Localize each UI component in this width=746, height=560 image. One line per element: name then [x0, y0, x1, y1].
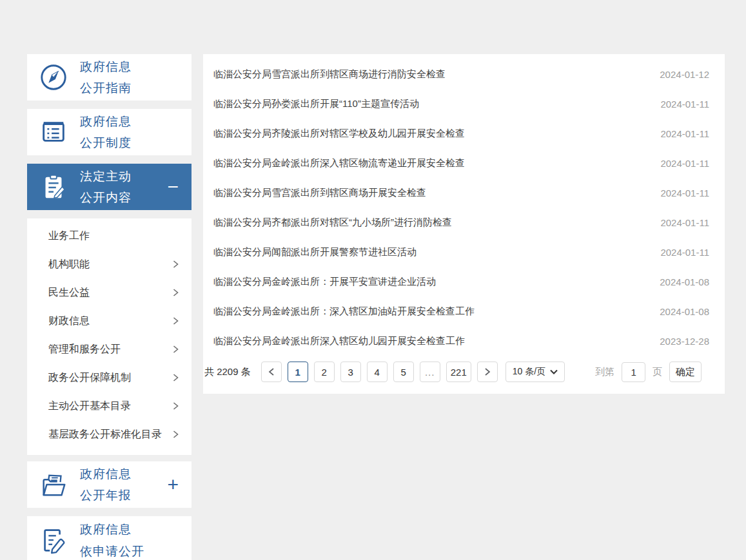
chevron-right-icon [172, 288, 180, 297]
list-item[interactable]: 临淄公安分局雪宫派出所到辖区商场开展安全检查 2024-01-11 [203, 178, 725, 208]
sidebar-subitem-finance[interactable]: 财政信息 [27, 307, 191, 335]
page-button-4[interactable]: 4 [367, 362, 388, 382]
list-item[interactable]: 临淄公安分局雪宫派出所到辖区商场进行消防安全检查 2024-01-12 [203, 59, 725, 89]
list-item-title[interactable]: 临淄公安分局雪宫派出所到辖区商场开展安全检查 [213, 187, 426, 199]
list-item-title[interactable]: 临淄公安分局闻韶派出所开展警察节进社区活动 [213, 246, 417, 258]
sidebar-item-guide[interactable]: 政府信息公开指南 [27, 54, 191, 101]
chevron-right-icon [172, 401, 180, 410]
list-item-title[interactable]: 临淄公安分局齐都派出所对辖区“九小场所”进行消防检查 [213, 217, 452, 229]
list-item[interactable]: 临淄公安分局金岭派出所：深入辖区加油站开展安全检查工作 2024-01-08 [203, 296, 725, 326]
list-item-date: 2024-01-08 [660, 306, 709, 317]
goto-page-group: 到第 页 确定 [595, 362, 702, 382]
list-item-title[interactable]: 临淄公安分局金岭派出所：深入辖区加油站开展安全检查工作 [213, 305, 475, 318]
chevron-right-icon [172, 316, 180, 325]
list-item[interactable]: 临淄公安分局孙娄派出所开展“110”主题宣传活动 2024-01-11 [203, 89, 725, 119]
sidebar-subitem-grassroots-catalog[interactable]: 基层政务公开标准化目录 [27, 420, 191, 449]
total-count: 共 2209 条 [204, 366, 251, 378]
list-item-date: 2024-01-11 [660, 158, 709, 169]
sidebar-item-label: 法定主动公开内容 [80, 166, 132, 209]
next-page-button[interactable] [477, 362, 498, 382]
list-item[interactable]: 临淄公安分局齐都派出所对辖区“九小场所”进行消防检查 2024-01-11 [203, 208, 725, 237]
folder-documents-icon [27, 470, 80, 499]
page-size-select[interactable]: 10 条/页 [506, 362, 565, 382]
sidebar: 政府信息公开指南 政府信息公开制度 [27, 54, 191, 560]
sidebar-subitem-business-work[interactable]: 业务工作 [27, 222, 191, 250]
sidebar-item-label: 政府信息公开制度 [80, 111, 132, 154]
confirm-button[interactable]: 确定 [669, 362, 702, 382]
list-item[interactable]: 临淄公安分局闻韶派出所开展警察节进社区活动 2024-01-11 [203, 237, 725, 267]
list-item-title[interactable]: 临淄公安分局金岭派出所深入辖区幼儿园开展安全检查工作 [213, 335, 465, 347]
clipboard-pen-icon [27, 172, 80, 202]
pagination: 共 2209 条 1 2 3 4 5 ... 221 10 条/页 到第 页 确… [203, 362, 725, 382]
chevron-right-icon [172, 260, 180, 269]
expand-icon[interactable]: + [167, 475, 179, 494]
sidebar-submenu: 业务工作 机构职能 民生公益 财政信息 管理和服务公开 政务公开保障机制 主动公… [27, 218, 191, 455]
goto-unit-label: 页 [653, 366, 662, 378]
chevron-left-icon [268, 367, 275, 376]
list-item-date: 2024-01-08 [660, 276, 709, 287]
page-button-1[interactable]: 1 [288, 362, 308, 382]
list-item[interactable]: 临淄公安分局金岭派出所深入辖区物流寄递业开展安全检查 2024-01-11 [203, 148, 725, 178]
news-list-panel: 临淄公安分局雪宫派出所到辖区商场进行消防安全检查 2024-01-12 临淄公安… [203, 54, 725, 394]
compass-icon [27, 63, 80, 92]
list-item-title[interactable]: 临淄公安分局金岭派出所深入辖区物流寄递业开展安全检查 [213, 157, 465, 169]
list-item-date: 2024-01-11 [660, 99, 709, 110]
sidebar-subitem-basic-catalog[interactable]: 主动公开基本目录 [27, 392, 191, 420]
sidebar-item-system[interactable]: 政府信息公开制度 [27, 109, 191, 155]
more-pages-button[interactable]: ... [420, 362, 440, 382]
list-item-title[interactable]: 临淄公安分局雪宫派出所到辖区商场进行消防安全检查 [213, 68, 446, 81]
chevron-right-icon [484, 367, 491, 376]
sidebar-item-legal-disclosure[interactable]: 法定主动公开内容 − [27, 164, 191, 210]
page-button-3[interactable]: 3 [340, 362, 361, 382]
chevron-right-icon [172, 345, 180, 354]
sidebar-item-annual-report[interactable]: 政府信息公开年报 + [27, 461, 191, 508]
ledger-icon [27, 117, 80, 147]
goto-page-input[interactable] [622, 362, 645, 382]
list-item-title[interactable]: 临淄公安分局齐陵派出所对辖区学校及幼儿园开展安全检查 [213, 128, 465, 140]
list-item-date: 2024-01-11 [660, 217, 709, 228]
sidebar-subitem-organization[interactable]: 机构职能 [27, 250, 191, 278]
sidebar-item-disclosure-upon-request[interactable]: 政府信息依申请公开 [27, 516, 191, 560]
sidebar-subitem-management-service[interactable]: 管理和服务公开 [27, 335, 191, 363]
sidebar-subitem-guarantee-mechanism[interactable]: 政务公开保障机制 [27, 363, 191, 392]
collapse-icon[interactable]: − [167, 177, 179, 197]
list-item-title[interactable]: 临淄公安分局金岭派出所：开展平安宣讲进企业活动 [213, 276, 436, 288]
sidebar-item-label: 政府信息依申请公开 [80, 519, 144, 560]
prev-page-button[interactable] [261, 362, 282, 382]
document-pen-icon [27, 526, 80, 555]
chevron-right-icon [172, 430, 180, 439]
list-item-date: 2024-01-11 [660, 247, 709, 258]
list-item-date: 2024-01-11 [660, 128, 709, 139]
list-item[interactable]: 临淄公安分局金岭派出所深入辖区幼儿园开展安全检查工作 2023-12-28 [203, 326, 725, 356]
caret-down-icon [550, 369, 558, 374]
sidebar-item-label: 政府信息公开指南 [80, 56, 132, 99]
list-item-date: 2024-01-11 [660, 188, 709, 198]
list-item[interactable]: 临淄公安分局金岭派出所：开展平安宣讲进企业活动 2024-01-08 [203, 267, 725, 296]
sidebar-item-label: 政府信息公开年报 [80, 463, 132, 507]
list-item[interactable]: 临淄公安分局齐陵派出所对辖区学校及幼儿园开展安全检查 2024-01-11 [203, 119, 725, 148]
chevron-right-icon [172, 373, 180, 382]
list-item-date: 2024-01-12 [660, 69, 709, 80]
sidebar-subitem-livelihood[interactable]: 民生公益 [27, 278, 191, 307]
list-item-title[interactable]: 临淄公安分局孙娄派出所开展“110”主题宣传活动 [213, 98, 419, 110]
page-button-5[interactable]: 5 [393, 362, 414, 382]
page-button-2[interactable]: 2 [314, 362, 335, 382]
page-button-221[interactable]: 221 [446, 362, 471, 382]
list-item-date: 2023-12-28 [660, 336, 709, 347]
goto-label: 到第 [595, 366, 614, 378]
